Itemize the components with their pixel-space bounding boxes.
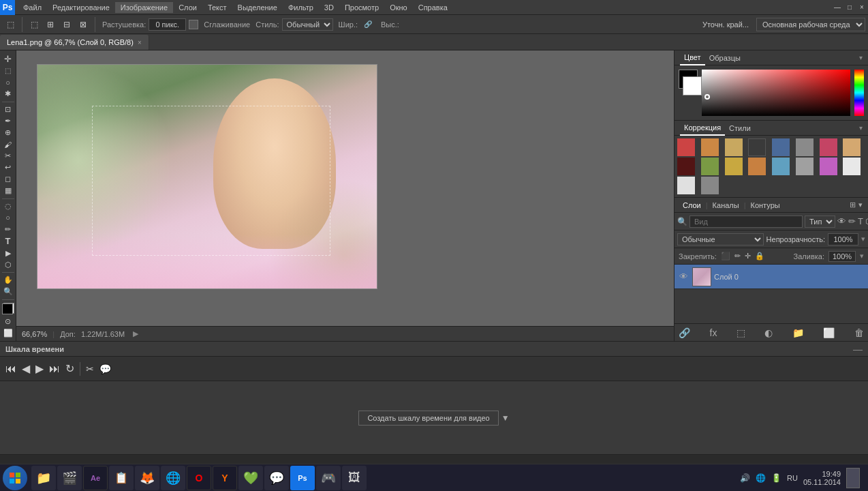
shape-tool[interactable]: ⬡ bbox=[1, 259, 16, 270]
menu-filter[interactable]: Фильтр bbox=[283, 2, 319, 13]
taskbar-ps[interactable]: Ps bbox=[290, 466, 315, 490]
feather-input[interactable] bbox=[149, 18, 186, 31]
timeline-collapse-btn[interactable]: — bbox=[853, 344, 863, 355]
tab-swatches[interactable]: Образцы bbox=[705, 50, 745, 65]
tray-icon-3[interactable]: 🔋 bbox=[771, 473, 781, 483]
tab-styles[interactable]: Стили bbox=[725, 121, 755, 136]
layer-visibility-btn[interactable]: 👁 bbox=[837, 216, 846, 226]
history-brush-tool[interactable]: ↩ bbox=[1, 162, 16, 173]
correction-item-3[interactable] bbox=[725, 138, 743, 156]
color-panel-collapse[interactable]: ▾ bbox=[859, 54, 863, 61]
timeline-scrollbar[interactable] bbox=[0, 454, 868, 464]
new-layer-btn[interactable]: ⬜ bbox=[823, 327, 835, 338]
menu-3d[interactable]: 3D bbox=[319, 2, 339, 13]
marquee-tool[interactable]: ⬚ bbox=[1, 65, 16, 76]
lock-pixels-btn[interactable]: ✏ bbox=[734, 252, 741, 261]
move-tool[interactable]: ✛ bbox=[1, 53, 16, 65]
tray-icon-1[interactable]: 🔊 bbox=[740, 473, 750, 483]
delete-layer-btn[interactable]: 🗑 bbox=[854, 327, 864, 338]
comment-btn[interactable]: 💬 bbox=[99, 363, 111, 374]
style-select[interactable]: Обычный bbox=[282, 18, 333, 31]
taskbar-media[interactable]: 🎬 bbox=[57, 466, 82, 490]
document-tab[interactable]: Lena1.png @ 66,7% (Слой 0, RGB/8) × bbox=[0, 35, 149, 50]
correction-item-15[interactable] bbox=[820, 158, 837, 175]
eyedropper-tool[interactable]: ✒ bbox=[1, 116, 16, 127]
tab-layers[interactable]: Слои bbox=[680, 201, 704, 209]
layer-filter-input[interactable] bbox=[689, 215, 803, 228]
color-swatches[interactable] bbox=[1, 302, 16, 316]
new-group-btn[interactable]: 📁 bbox=[792, 327, 804, 338]
eraser-tool[interactable]: ◻ bbox=[1, 174, 16, 185]
maximize-button[interactable]: □ bbox=[843, 0, 856, 15]
smooth-checkbox[interactable] bbox=[189, 20, 198, 29]
menu-help[interactable]: Справка bbox=[413, 2, 453, 13]
tray-icon-2[interactable]: 🌐 bbox=[756, 473, 766, 483]
new-adjustment-btn[interactable]: ◐ bbox=[764, 327, 773, 338]
correction-item-16[interactable] bbox=[843, 158, 861, 175]
taskbar-explorer[interactable]: 📁 bbox=[31, 466, 56, 490]
width-link-btn[interactable]: 🔗 bbox=[360, 17, 375, 32]
language-indicator[interactable]: RU bbox=[787, 474, 798, 482]
taskbar-chrome[interactable]: 🌐 bbox=[161, 466, 185, 490]
blur-tool[interactable]: ◌ bbox=[1, 200, 16, 211]
blend-mode-select[interactable]: Обычные bbox=[677, 233, 764, 246]
tab-paths[interactable]: Контуры bbox=[748, 201, 783, 209]
correction-item-14[interactable] bbox=[796, 158, 813, 175]
tab-close-btn[interactable]: × bbox=[138, 39, 142, 46]
subtract-selection-btn[interactable]: ⊟ bbox=[59, 17, 74, 32]
menu-select[interactable]: Выделение bbox=[232, 2, 283, 13]
layer-row[interactable]: 👁 Слой 0 bbox=[675, 265, 868, 289]
close-button[interactable]: × bbox=[856, 0, 868, 15]
lock-position-btn[interactable]: ✛ bbox=[745, 252, 751, 261]
refine-edge-button[interactable]: Уточн. край... bbox=[698, 17, 754, 32]
menu-file[interactable]: Файл bbox=[18, 2, 47, 13]
hand-tool[interactable]: ✋ bbox=[1, 275, 16, 286]
go-forward-btn[interactable]: ⏭ bbox=[49, 363, 60, 375]
play-btn[interactable]: ▶ bbox=[35, 362, 44, 375]
canvas-area[interactable] bbox=[16, 50, 674, 326]
correction-item-17[interactable] bbox=[677, 177, 695, 194]
layer-visibility-eye[interactable]: 👁 bbox=[677, 271, 689, 283]
show-desktop-btn[interactable] bbox=[846, 468, 860, 488]
status-arrow[interactable]: ▶ bbox=[133, 329, 138, 338]
panel-options-btn[interactable]: ▾ bbox=[858, 200, 863, 209]
trim-btn[interactable]: ✂ bbox=[86, 363, 94, 374]
lock-all-btn[interactable]: 🔒 bbox=[755, 252, 764, 261]
quick-select-tool[interactable]: ✱ bbox=[1, 89, 16, 100]
start-button[interactable] bbox=[3, 466, 27, 490]
lasso-tool[interactable]: ○ bbox=[1, 77, 16, 88]
canvas-image[interactable] bbox=[37, 64, 377, 289]
fill-input[interactable] bbox=[828, 251, 856, 262]
link-layers-btn[interactable]: 🔗 bbox=[679, 327, 690, 338]
correction-item-1[interactable] bbox=[677, 138, 695, 156]
correction-item-9[interactable] bbox=[677, 158, 695, 175]
correction-item-11[interactable] bbox=[725, 158, 743, 175]
correction-panel-collapse[interactable]: ▾ bbox=[859, 124, 863, 132]
correction-item-13[interactable] bbox=[772, 158, 790, 175]
clone-tool[interactable]: ✂ bbox=[1, 151, 16, 162]
go-back-btn[interactable]: ◀ bbox=[22, 362, 30, 375]
type-tool[interactable]: T bbox=[1, 235, 16, 247]
quick-mask-btn[interactable]: ⊙ bbox=[1, 316, 16, 327]
new-selection-btn[interactable]: ⬚ bbox=[27, 17, 42, 32]
menu-edit[interactable]: Редактирование bbox=[47, 2, 115, 13]
fill-arrow[interactable]: ▾ bbox=[860, 252, 864, 261]
layer-effects-footer-btn[interactable]: fx bbox=[710, 327, 717, 338]
menu-text[interactable]: Текст bbox=[202, 2, 232, 13]
crop-tool[interactable]: ⊡ bbox=[1, 104, 16, 115]
correction-item-10[interactable] bbox=[701, 158, 719, 175]
intersect-selection-btn[interactable]: ⊠ bbox=[76, 17, 91, 32]
fg-color-swatch[interactable] bbox=[2, 303, 13, 314]
add-selection-btn[interactable]: ⊞ bbox=[43, 17, 58, 32]
taskbar-utorrent[interactable]: 💚 bbox=[238, 466, 263, 490]
zoom-tool[interactable]: 🔍 bbox=[1, 286, 16, 297]
correction-item-12[interactable] bbox=[748, 158, 766, 175]
opacity-input[interactable] bbox=[828, 233, 858, 246]
color-gradient-picker[interactable] bbox=[702, 70, 850, 116]
brush-tool[interactable]: 🖌 bbox=[1, 139, 16, 150]
menu-image[interactable]: Изображение bbox=[115, 2, 173, 13]
taskbar-app2[interactable]: 🖼 bbox=[342, 466, 367, 490]
taskbar-skype[interactable]: 💬 bbox=[264, 466, 289, 490]
dodge-tool[interactable]: ○ bbox=[1, 212, 16, 223]
menu-layers[interactable]: Слои bbox=[173, 2, 202, 13]
